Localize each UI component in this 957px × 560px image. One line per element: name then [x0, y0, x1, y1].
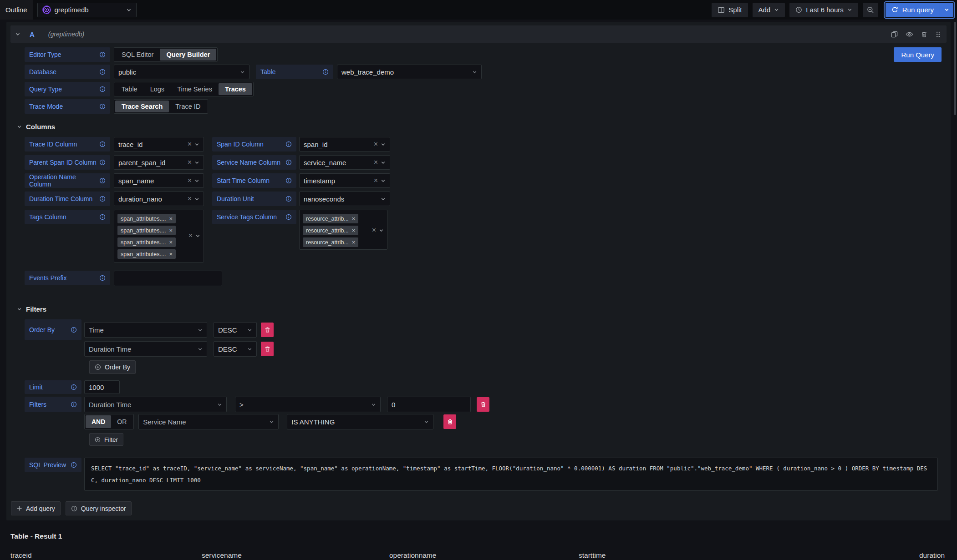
chevron-down-icon[interactable] — [381, 197, 386, 202]
info-icon[interactable] — [99, 214, 106, 220]
chevron-down-icon[interactable] — [381, 178, 386, 183]
info-icon[interactable] — [99, 177, 106, 184]
column-header-operationname[interactable]: operationname — [385, 548, 574, 560]
chevron-down-icon[interactable] — [194, 178, 199, 183]
columns-section-header[interactable]: Columns — [17, 123, 944, 131]
clear-icon[interactable]: × — [188, 159, 192, 166]
column-header-traceid[interactable]: traceid — [10, 548, 197, 560]
outline-toggle[interactable]: Outline — [0, 0, 33, 20]
chevron-down-icon[interactable] — [269, 419, 274, 424]
or-option[interactable]: OR — [111, 415, 132, 428]
split-button[interactable]: Split — [712, 3, 748, 17]
info-icon[interactable] — [99, 196, 106, 202]
info-icon[interactable] — [285, 214, 292, 220]
tab-sql-editor[interactable]: SQL Editor — [115, 49, 160, 61]
order-by-field-select[interactable]: Duration Time — [84, 341, 207, 357]
info-icon[interactable] — [99, 51, 106, 58]
column-header-starttime[interactable]: starttime — [574, 548, 762, 560]
add-dropdown[interactable]: Add — [753, 3, 785, 17]
info-icon[interactable] — [99, 103, 106, 110]
tags-column-multiselect[interactable]: span_attributes....× span_attributes....… — [114, 210, 204, 262]
filter-field-select[interactable]: Service Name — [138, 414, 279, 429]
parent-span-id-column-select[interactable]: parent_span_id× — [114, 155, 204, 170]
chevron-down-icon[interactable] — [424, 419, 429, 424]
service-tag-chip[interactable]: resource_attrib...× — [303, 237, 358, 247]
hide-query-eye-icon[interactable] — [906, 31, 913, 38]
info-icon[interactable] — [322, 69, 329, 75]
chevron-down-icon[interactable] — [195, 233, 200, 238]
info-icon[interactable] — [71, 401, 77, 408]
and-option[interactable]: AND — [86, 415, 111, 428]
drag-handle-grip-icon[interactable] — [935, 31, 941, 38]
database-select[interactable]: public — [114, 65, 249, 79]
remove-chip-icon[interactable]: × — [352, 239, 356, 246]
query-inspector-button[interactable]: Query inspector — [66, 501, 132, 515]
limit-input[interactable] — [84, 380, 120, 394]
service-tags-column-multiselect[interactable]: resource_attrib...× resource_attrib...× … — [299, 210, 387, 250]
info-icon[interactable] — [99, 69, 106, 75]
operation-name-column-select[interactable]: span_name× — [114, 173, 204, 188]
column-header-servicename[interactable]: servicename — [197, 548, 385, 560]
chevron-down-icon[interactable] — [247, 347, 252, 352]
chevron-down-icon[interactable] — [381, 160, 386, 165]
service-tag-chip[interactable]: resource_attrib...× — [303, 214, 358, 223]
order-by-field-select[interactable]: Time — [84, 322, 207, 338]
tag-chip[interactable]: span_attributes....× — [117, 226, 176, 235]
tab-trace-id[interactable]: Trace ID — [169, 101, 207, 112]
clear-icon[interactable]: × — [372, 227, 376, 234]
zoom-out-time-button[interactable] — [863, 3, 878, 17]
tab-query-builder[interactable]: Query Builder — [160, 49, 216, 61]
add-order-by-button[interactable]: Order By — [89, 360, 136, 374]
remove-order-by-button[interactable] — [261, 342, 274, 356]
duration-unit-select[interactable]: nanoseconds — [299, 192, 390, 206]
service-name-column-select[interactable]: service_name× — [299, 155, 390, 170]
tag-chip[interactable]: span_attributes....× — [117, 214, 176, 223]
tab-logs[interactable]: Logs — [144, 83, 171, 95]
tag-chip[interactable]: span_attributes....× — [117, 237, 176, 247]
tab-trace-search[interactable]: Trace Search — [115, 101, 169, 112]
remove-chip-icon[interactable]: × — [169, 239, 173, 246]
filters-section-header[interactable]: Filters — [17, 305, 944, 313]
tab-traces[interactable]: Traces — [219, 83, 252, 95]
remove-chip-icon[interactable]: × — [169, 227, 173, 234]
clear-icon[interactable]: × — [374, 177, 378, 184]
chevron-down-icon[interactable] — [240, 70, 245, 75]
add-filter-button[interactable]: Filter — [89, 433, 123, 446]
column-header-duration[interactable]: duration — [762, 548, 957, 560]
order-by-direction-select[interactable]: DESC — [214, 341, 257, 357]
run-query-panel-button[interactable]: Run Query — [894, 47, 942, 62]
page-scrollbar[interactable] — [954, 22, 956, 115]
chevron-down-icon[interactable] — [217, 402, 222, 407]
remove-chip-icon[interactable]: × — [169, 251, 173, 257]
start-time-column-select[interactable]: timestamp× — [299, 173, 390, 188]
info-icon[interactable] — [71, 462, 77, 468]
info-icon[interactable] — [99, 275, 106, 281]
remove-filter-button[interactable] — [477, 397, 489, 412]
run-query-button[interactable]: Run query — [886, 3, 940, 17]
chevron-down-icon[interactable] — [198, 328, 203, 333]
chevron-down-icon[interactable] — [194, 160, 199, 165]
delete-query-trash-icon[interactable] — [921, 31, 927, 38]
chevron-down-icon[interactable] — [379, 228, 384, 233]
tab-table[interactable]: Table — [115, 83, 144, 95]
clear-icon[interactable]: × — [374, 159, 378, 166]
clear-icon[interactable]: × — [188, 177, 192, 184]
info-icon[interactable] — [285, 196, 292, 202]
duplicate-query-icon[interactable] — [891, 31, 898, 38]
duration-time-column-select[interactable]: duration_nano× — [114, 192, 204, 206]
info-icon[interactable] — [99, 141, 106, 147]
span-id-column-select[interactable]: span_id× — [299, 137, 390, 151]
chevron-down-icon[interactable] — [381, 142, 386, 147]
filter-value-input[interactable] — [387, 397, 471, 412]
tab-time-series[interactable]: Time Series — [171, 83, 219, 95]
events-prefix-input[interactable] — [114, 271, 222, 286]
service-tag-chip[interactable]: resource_attrib...× — [303, 226, 358, 235]
chevron-down-icon[interactable] — [194, 197, 199, 202]
filter-operator-select[interactable]: > — [235, 397, 381, 412]
info-icon[interactable] — [71, 327, 77, 333]
tag-chip[interactable]: span_attributes....× — [117, 249, 176, 259]
info-icon[interactable] — [285, 141, 292, 147]
time-range-picker[interactable]: Last 6 hours — [789, 3, 858, 17]
add-query-button[interactable]: Add query — [11, 501, 61, 515]
info-icon[interactable] — [99, 159, 106, 166]
